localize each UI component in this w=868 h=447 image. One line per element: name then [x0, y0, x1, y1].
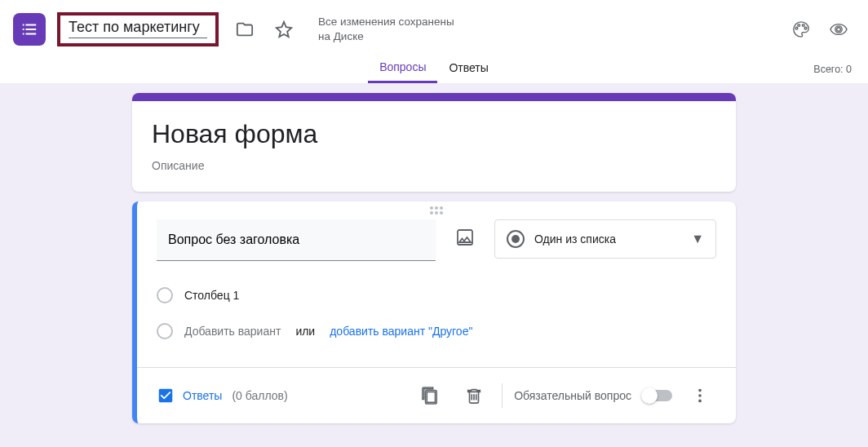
form-title-text[interactable]: Новая форма	[152, 119, 716, 149]
trash-icon	[465, 387, 483, 405]
add-other-button[interactable]: добавить вариант "Другое"	[330, 325, 472, 338]
form-title-card[interactable]: Новая форма Описание	[132, 93, 736, 192]
app-header: Все изменения сохранены на Диске Вопросы…	[0, 0, 868, 83]
tab-responses[interactable]: Ответы	[437, 52, 499, 83]
option-row-1[interactable]: Столбец 1	[157, 281, 716, 310]
tab-questions[interactable]: Вопросы	[368, 52, 437, 83]
more-vert-icon	[691, 387, 709, 405]
option-1-text[interactable]: Столбец 1	[184, 289, 239, 302]
form-container: Новая форма Описание Один из списка ▼	[132, 93, 736, 433]
footer-divider	[502, 383, 503, 408]
svg-point-2	[698, 400, 702, 403]
add-option-row: Добавить вариант или добавить вариант "Д…	[157, 316, 716, 346]
question-type-label: Один из списка	[534, 232, 681, 246]
image-icon	[455, 228, 475, 247]
required-label: Обязательный вопрос	[514, 389, 631, 402]
eye-icon	[830, 20, 848, 38]
check-box-icon	[157, 387, 175, 405]
or-separator: или	[295, 325, 315, 338]
header-top-row: Все изменения сохранены на Диске	[13, 7, 855, 52]
question-top-row: Один из списка ▼	[157, 219, 716, 261]
drag-handle[interactable]	[137, 201, 736, 219]
move-to-folder-button[interactable]	[228, 13, 261, 46]
form-title-input[interactable]	[69, 19, 207, 38]
main-area: Новая форма Описание Один из списка ▼	[0, 83, 868, 443]
delete-button[interactable]	[458, 379, 490, 412]
duplicate-button[interactable]	[414, 379, 446, 412]
answers-label: Ответы	[183, 389, 222, 402]
total-points-label: Всего: 0	[813, 64, 852, 75]
forms-logo-icon	[20, 20, 38, 38]
title-highlight-box	[57, 12, 219, 46]
customize-theme-button[interactable]	[785, 13, 817, 46]
points-label: (0 баллов)	[232, 389, 287, 402]
radio-icon	[157, 287, 173, 303]
question-footer: Ответы (0 баллов) Обязательный вопрос	[137, 367, 736, 423]
svg-point-0	[698, 389, 702, 392]
radio-type-icon	[507, 230, 525, 248]
chevron-down-icon: ▼	[691, 232, 704, 246]
preview-button[interactable]	[822, 13, 855, 46]
answer-key-button[interactable]: Ответы	[157, 387, 222, 405]
forms-logo[interactable]	[13, 13, 46, 46]
question-card: Один из списка ▼ Столбец 1 Добавить вари…	[132, 201, 736, 423]
form-description-text[interactable]: Описание	[152, 159, 716, 172]
question-type-dropdown[interactable]: Один из списка ▼	[494, 219, 716, 259]
palette-icon	[792, 20, 810, 38]
question-title-input[interactable]	[157, 219, 436, 261]
add-option-button[interactable]: Добавить вариант	[184, 325, 281, 338]
save-status-text: Все изменения сохранены на Диске	[318, 15, 465, 43]
add-image-button[interactable]	[447, 219, 483, 255]
star-icon	[275, 20, 293, 38]
tabs-row: Вопросы Ответы Всего: 0	[13, 52, 855, 83]
more-options-button[interactable]	[684, 379, 716, 412]
copy-icon	[421, 387, 439, 405]
drag-dots-icon	[430, 206, 443, 215]
question-body: Один из списка ▼ Столбец 1 Добавить вари…	[137, 219, 736, 367]
folder-icon	[236, 20, 254, 38]
required-toggle[interactable]	[643, 390, 672, 401]
radio-icon	[157, 323, 173, 339]
svg-point-1	[698, 394, 702, 397]
header-actions	[785, 13, 855, 46]
star-button[interactable]	[268, 13, 300, 46]
